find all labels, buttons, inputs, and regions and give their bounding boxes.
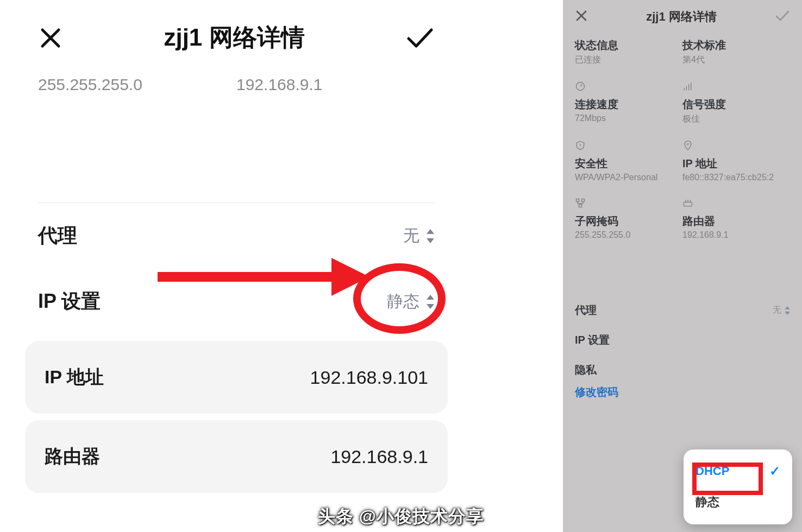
signal-icon <box>682 81 790 94</box>
select-indicator-icon <box>425 229 435 243</box>
status-value: 已连接 <box>575 54 682 66</box>
svg-rect-6 <box>582 199 585 202</box>
confirm-icon[interactable] <box>775 9 790 24</box>
popup-option-dhcp[interactable]: DHCP ✓ <box>684 456 792 486</box>
svg-point-3 <box>580 144 581 146</box>
svg-rect-5 <box>577 199 579 202</box>
signal-label: 信号强度 <box>682 97 790 112</box>
subnet-value: 255.255.255.0 <box>575 230 682 240</box>
ip-address-label: IP 地址 <box>45 365 104 390</box>
ip-settings-row[interactable]: IP 设置 静态 <box>0 269 473 334</box>
privacy-row[interactable]: 隐私 <box>563 355 802 385</box>
proxy-value: 无 <box>403 225 435 247</box>
ip-pin-icon: IP <box>682 140 790 153</box>
right-header: zjj1 网络详情 <box>563 0 802 35</box>
proxy-label: 代理 <box>575 303 597 318</box>
router-label: 路由器 <box>45 444 100 469</box>
link-speed-value: 72Mbps <box>575 113 682 123</box>
tech-standard-value: 第4代 <box>682 54 790 66</box>
subnet-mask-value: 255.255.255.0 <box>38 75 236 94</box>
page-title: zjj1 网络详情 <box>63 22 405 54</box>
ip-address-value: 192.168.9.101 <box>310 367 428 388</box>
svg-rect-7 <box>579 205 582 207</box>
ip-settings-value: 静态 <box>387 290 435 313</box>
speed-icon <box>575 81 682 94</box>
popup-option-static[interactable]: 静态 <box>684 486 792 518</box>
info-row: 子网掩码 255.255.255.0 路由器 192.168.9.1 <box>563 194 802 252</box>
info-row: 安全性 WPA/WPA2-Personal IP IP 地址 fe80::832… <box>563 137 802 194</box>
network-icon <box>575 198 682 211</box>
privacy-label: 隐私 <box>575 363 597 377</box>
check-icon: ✓ <box>769 464 780 479</box>
router-card[interactable]: 路由器 192.168.9.1 <box>25 420 448 493</box>
svg-text:IP: IP <box>686 143 690 146</box>
close-icon[interactable] <box>38 26 63 50</box>
page-title: zjj1 网络详情 <box>588 9 775 25</box>
ip-settings-popup: DHCP ✓ 静态 <box>684 449 792 524</box>
status-label: 状态信息 <box>575 38 682 53</box>
ip-settings-label: IP 设置 <box>575 333 610 347</box>
gateway-value: 192.168.9.1 <box>236 75 435 94</box>
proxy-label: 代理 <box>38 223 77 249</box>
left-header: zjj1 网络详情 <box>0 0 473 75</box>
info-row: 状态信息 已连接 技术标准 第4代 <box>563 35 802 78</box>
router-label: 路由器 <box>682 214 790 229</box>
close-icon[interactable] <box>575 9 588 24</box>
ip-settings-label: IP 设置 <box>38 288 101 315</box>
link-speed-label: 连接速度 <box>575 97 682 112</box>
signal-value: 极佳 <box>682 113 790 125</box>
router-value: 192.168.9.1 <box>682 230 790 240</box>
ip-address-card[interactable]: IP 地址 192.168.9.101 <box>25 341 448 414</box>
subnet-gateway-row: 255.255.255.0 192.168.9.1 <box>0 75 473 116</box>
select-indicator-icon <box>425 295 435 309</box>
ip-settings-row[interactable]: IP 设置 <box>563 325 802 355</box>
proxy-setting-row[interactable]: 代理 无 <box>0 203 473 269</box>
ip-label: IP 地址 <box>682 156 790 171</box>
ip-value: fe80::8327:ea75:cb25:2 <box>682 173 790 182</box>
select-indicator-icon <box>785 306 790 315</box>
left-screen: zjj1 网络详情 255.255.255.0 192.168.9.1 代理 无… <box>0 0 473 532</box>
svg-rect-8 <box>684 202 692 206</box>
proxy-row[interactable]: 代理 无 <box>563 295 802 325</box>
change-password-link[interactable]: 修改密码 <box>563 385 802 405</box>
tech-standard-label: 技术标准 <box>682 38 790 53</box>
router-value: 192.168.9.1 <box>330 446 428 467</box>
security-value: WPA/WPA2-Personal <box>575 173 682 182</box>
confirm-icon[interactable] <box>405 26 435 50</box>
right-screen: zjj1 网络详情 状态信息 已连接 技术标准 第4代 连接速度 72Mbps <box>563 0 802 532</box>
subnet-label: 子网掩码 <box>575 214 682 229</box>
security-label: 安全性 <box>575 156 682 171</box>
proxy-value: 无 <box>773 305 790 316</box>
shield-icon <box>575 140 682 153</box>
router-icon <box>682 198 790 211</box>
info-row: 连接速度 72Mbps 信号强度 极佳 <box>563 78 802 137</box>
